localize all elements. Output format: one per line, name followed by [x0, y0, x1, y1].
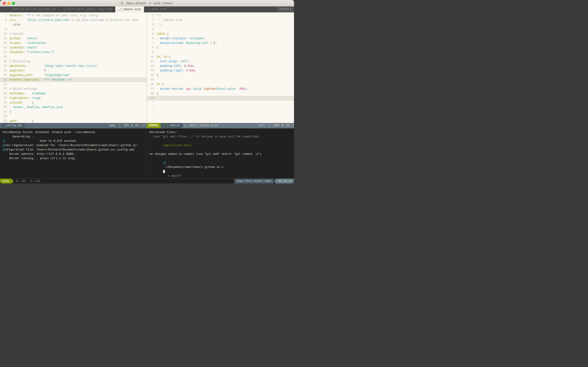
right-pane-scss: 1 /** 2 * _tables.scss 3 */ 4 5 tab [147, 12, 294, 128]
code-content-right[interactable]: 1 /** 2 * _tables.scss 3 */ 4 5 tab [147, 12, 294, 123]
traffic-lights [3, 2, 15, 5]
term-line: 赵 done in 0.676 seconds. [2, 139, 145, 143]
code-line: 1 /** [147, 13, 294, 18]
code-line: 3 */ [147, 23, 294, 27]
branch-arrow: ❯ [167, 124, 168, 127]
code-line: 15 [147, 77, 294, 82]
code-line-tilde: ~ [147, 105, 294, 110]
minimize-button[interactable] [7, 2, 10, 5]
code-line: 16 # Outputting [0, 59, 147, 64]
code-line-tilde: ~ [147, 100, 294, 105]
term-line: no changes added to commit (use "git add… [149, 152, 292, 156]
tmux-time: 03:10:16 [276, 179, 294, 184]
right-status-right: scss │ 100% ☰ 19: 1 [258, 124, 294, 127]
editor-area: 7 baseurl: "" # the subpath of your site… [0, 12, 294, 128]
code-line: 19 paginate_path: "blog/page:num" [0, 73, 147, 77]
term-line: Incremental build: disabled. Enable with… [2, 130, 145, 135]
code-line: 25 exclude: [ [0, 100, 147, 105]
tmux-window-0[interactable]: 0: zsh [14, 179, 28, 184]
code-line: 16 th { [147, 82, 294, 87]
code-line: 12 padding-left: 0.5em; [147, 64, 294, 68]
code-line-tilde: ~ [147, 110, 294, 114]
tab-bar: ... _/2016-03-08-vim-and-tmux.md _/2/0/0… [0, 6, 294, 12]
code-line: 23 markdown: kramdown [0, 91, 147, 96]
code-line: 2 * _tables.scss [147, 18, 294, 23]
code-line-highlighted: 20 excerpt_separator: "<!--excerpt-->" [0, 77, 147, 82]
term-line: 赵nfiguration file: /Users/Richard/Docume… [2, 148, 145, 152]
bottom-area: Incremental build: disabled. Enable with… [0, 128, 294, 178]
code-line-tilde: ~ [147, 119, 294, 123]
code-line: 14 } [147, 73, 294, 77]
terminal-right[interactable]: Untracked files: (use "git add <file>...… [147, 128, 294, 178]
code-line: 7 margin-bottom: $spacing-unit / 2; [147, 41, 294, 45]
code-line: 9 [147, 50, 294, 55]
code-line: 7 baseurl: "" # the subpath of your site… [0, 13, 147, 18]
tab-jekyll-tags[interactable]: _/2/0/0/simple-jekyll-tags.html [58, 6, 115, 12]
vim-mode: NORMAL [147, 123, 161, 128]
tmux-status-bar: site 0: zsh 1: zsh zhao.fios-router.home… [0, 178, 294, 184]
left-status-bar: _config.yml yaml │ 62% ☰ 20: 12 [0, 123, 147, 128]
code-line: 22 # Build settings [0, 87, 147, 91]
maximize-button[interactable] [12, 2, 15, 5]
code-line: 21 [0, 82, 147, 87]
code-line: 11 text-align: left; [147, 59, 294, 64]
term-line: 赵uto-regeneration: enabled for '/Users/R… [2, 143, 145, 148]
code-line: 13 padding-right: 0.5em; [147, 68, 294, 73]
left-status-right: yaml │ 62% ☰ 20: 12 [109, 124, 145, 127]
code-line: 9 [0, 27, 147, 32]
buffers-button[interactable]: buffers [277, 6, 294, 12]
code-line: 13 linkedin: zhaorz [0, 45, 147, 50]
term-line: Untracked files: [149, 130, 292, 135]
right-status-bar: NORMAL ⎇ ❯ master ❯ _sass/_tables.scss s… [147, 123, 294, 128]
code-line: 28 [0, 114, 147, 119]
terminal-left[interactable]: Incremental build: disabled. Enable with… [0, 128, 147, 178]
term-line: Server address: http://127.0.0.1:4000/ [2, 152, 145, 156]
term-line: (use "git add <file>..." to include in w… [149, 135, 292, 139]
code-line: 17 border-bottom: 1px solid lighten($tex… [147, 87, 294, 91]
code-line: 17 permalink: /blog/:year/:month/:day/:t… [0, 64, 147, 68]
code-line: 8 url: "http://richard-zhao.com" # the b… [0, 18, 147, 23]
term-line: 赵 ~/Documents/web/zhaorz.github.io » ★ m… [149, 156, 292, 161]
term-line: img/vim-and-tmux/ [149, 143, 292, 148]
code-line: 8 } [147, 45, 294, 50]
tmux-windows: 0: zsh 1: zsh [14, 179, 43, 184]
left-pane-config: 7 baseurl: "" # the subpath of your site… [0, 12, 147, 128]
code-line: 24 highlighter: rouge [0, 96, 147, 100]
code-line: 6 border-collapse: collapse; [147, 36, 294, 41]
code-line: 18 } [147, 91, 294, 96]
code-line-tilde: ~ [147, 114, 294, 119]
code-line: 12 disqus: richardzhao [0, 41, 147, 45]
code-line: 10 th, td { [147, 55, 294, 59]
code-line: 10 # Social [0, 32, 147, 36]
code-line-cursor: 19 [147, 96, 294, 100]
tab-tables-scss[interactable]: _/_tables.scss [115, 6, 144, 12]
code-line: 11 github: zhaorz [0, 36, 147, 41]
term-line [149, 148, 292, 152]
code-line: 18 paginate: 5 [0, 68, 147, 73]
code-line: 14 facebook: "richard.zhao.7" [0, 50, 147, 55]
git-branch: ⎇ ❯ master [161, 123, 182, 128]
title-bar: 5. tmux attach -t site (tmux) [0, 0, 294, 6]
code-line: 29 gems: [ [0, 119, 147, 123]
code-line: site [0, 23, 147, 27]
main-window: 5. tmux attach -t site (tmux) ... _/2016… [0, 0, 294, 184]
scss-filename: _sass/_tables.scss [188, 124, 218, 127]
branch-name: master [170, 124, 180, 127]
code-line: 26 vendor, Gemfile, Gemfile.lock [0, 105, 147, 110]
tmux-session[interactable]: site [0, 179, 11, 184]
tmux-right: zhao.fios-router.home 03:10:16 [234, 179, 294, 184]
tmux-hostname: zhao.fios-router.home [234, 179, 274, 184]
tab-tmux-conf[interactable]: ~/.tmux.conf [144, 6, 169, 12]
close-button[interactable] [3, 2, 6, 5]
code-content-left[interactable]: 7 baseurl: "" # the subpath of your site… [0, 12, 147, 123]
tmux-window-1[interactable]: 1: zsh [28, 179, 43, 184]
term-line: Server running... press ctrl-c to stop. [2, 156, 145, 161]
code-line: 5 table { [147, 32, 294, 36]
term-line [149, 139, 292, 143]
code-line: 15 [0, 55, 147, 59]
tab-vim-tmux[interactable]: ... _/2016-03-08-vim-and-tmux.md [0, 6, 58, 12]
code-line: 4 [147, 27, 294, 32]
window-title: 5. tmux attach -t site (tmux) [121, 2, 173, 5]
term-line: Generating... [2, 135, 145, 139]
left-filename: _config.yml [2, 123, 25, 128]
